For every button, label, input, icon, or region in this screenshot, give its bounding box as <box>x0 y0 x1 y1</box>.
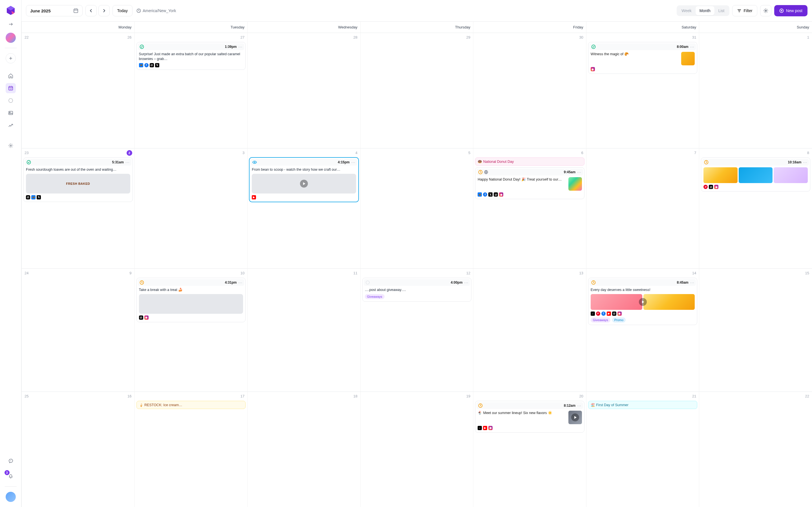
calendar-cell[interactable]: 124:00pm···….post about giveaway….Giveaw… <box>360 269 473 392</box>
calendar-cell[interactable]: 5 <box>360 148 473 269</box>
post-thumbnail <box>681 52 695 65</box>
th-icon: @ <box>709 185 713 189</box>
event-pill[interactable]: 🍦 RESTOCK: Ice cream… <box>137 401 246 409</box>
settings-button[interactable] <box>760 5 771 16</box>
event-pill[interactable]: 🍩 National Donut Day <box>475 158 585 166</box>
calendar-cell[interactable]: 104:31pm···Take a break with a treat 🍰@◉ <box>135 269 248 392</box>
svg-point-5 <box>9 99 13 103</box>
calendar-cell[interactable]: 318:00am···Witness the magic of 🥐◉ <box>586 33 699 148</box>
bsky-icon: 🦋 <box>139 63 143 67</box>
post-more-button[interactable]: ··· <box>577 170 581 174</box>
calendar-cell[interactable]: 28 <box>247 33 360 148</box>
post-card[interactable]: 8:12am···🍨 Meet our summer lineup! Six n… <box>475 401 585 433</box>
calendar-cell[interactable]: 7 <box>586 148 699 269</box>
post-time: 9:45am <box>564 170 575 174</box>
clock-icon <box>137 8 141 13</box>
calendar-cell[interactable]: 148:45am···Every day deserves a little s… <box>586 269 699 392</box>
x-icon: 𝕏 <box>155 63 159 67</box>
th-icon: @ <box>494 192 498 196</box>
app-logo[interactable] <box>5 5 16 16</box>
post-tags: GiveawaysPromo <box>591 318 695 323</box>
post-card[interactable]: 9:45am···Happy National Donut Day! 🎉 Tre… <box>475 167 585 199</box>
add-workspace-button[interactable] <box>6 53 16 63</box>
post-more-button[interactable]: ··· <box>464 280 469 285</box>
day-number: 29 <box>466 35 470 40</box>
calendar-cell[interactable]: 208:12am···🍨 Meet our summer lineup! Six… <box>473 392 586 507</box>
post-card[interactable]: 5:31am···Fresh sourdough loaves are out … <box>23 158 133 202</box>
tag[interactable]: Giveaways <box>365 294 385 299</box>
event-pill[interactable]: 🏖️ First Day of Summer <box>588 401 698 409</box>
user-avatar[interactable] <box>6 492 16 502</box>
post-more-button[interactable]: ··· <box>577 403 581 408</box>
tag[interactable]: Promo <box>612 318 626 323</box>
tag[interactable]: Giveaways <box>591 318 610 323</box>
social-icons: @🦋𝕏 <box>26 195 130 200</box>
nav-help[interactable] <box>6 456 16 466</box>
new-post-button[interactable]: New post <box>774 5 808 16</box>
post-more-button[interactable]: ··· <box>690 45 695 49</box>
day-number: 20 <box>579 394 583 398</box>
nav-settings[interactable] <box>6 140 16 151</box>
post-card[interactable]: 4:15pm···From bean to scoop - watch the … <box>249 158 359 202</box>
post-more-button[interactable]: ··· <box>351 160 356 165</box>
nav-calendar[interactable]: 12 <box>6 83 16 93</box>
calendar-cell[interactable]: 249 <box>21 269 135 392</box>
nav-media[interactable] <box>6 108 16 118</box>
calendar-cell[interactable]: 2516 <box>21 392 135 507</box>
post-header: 8:12am··· <box>476 402 583 409</box>
calendar-cell[interactable]: 2325:31am···Fresh sourdough loaves are o… <box>21 148 135 269</box>
day-number: 27 <box>241 35 245 40</box>
calendar-cell[interactable]: 21🏖️ First Day of Summer <box>586 392 699 507</box>
view-week[interactable]: Week <box>677 6 696 15</box>
calendar-header: MondayTuesdayWednesdayThursdayFridaySatu… <box>21 22 812 33</box>
calendar-cell[interactable]: 22 <box>699 392 812 507</box>
workspace-avatar[interactable] <box>6 33 16 43</box>
post-more-button[interactable]: ··· <box>125 160 130 165</box>
nav-home[interactable] <box>6 71 16 81</box>
post-card[interactable]: 4:31pm···Take a break with a treat 🍰@◉ <box>137 278 246 322</box>
view-list[interactable]: List <box>714 6 728 15</box>
calendar-cell[interactable]: 13 <box>473 269 586 392</box>
calendar-cell[interactable]: 15 <box>699 269 812 392</box>
post-thumbnail <box>568 411 582 424</box>
play-icon <box>300 180 308 187</box>
post-card[interactable]: 8:00am···Witness the magic of 🥐◉ <box>588 42 698 74</box>
month-picker[interactable]: June 2025 <box>26 5 83 16</box>
calendar-cell[interactable]: 19 <box>360 392 473 507</box>
post-card[interactable]: 4:00pm···….post about giveaway….Giveaway… <box>362 278 472 302</box>
nav-notifications[interactable]: 3 <box>6 471 16 482</box>
calendar-cell[interactable]: 810:16am···P@◉ <box>699 148 812 269</box>
calendar-cell[interactable]: 1 <box>699 33 812 148</box>
social-icons: ◉ <box>591 67 695 71</box>
status-sent-icon <box>140 45 144 49</box>
nav-drafts[interactable] <box>6 96 16 106</box>
nav-analytics[interactable] <box>6 120 16 130</box>
post-more-button[interactable]: ··· <box>238 280 243 285</box>
calendar-cell[interactable]: 271:39pm···Surprise! Just made an extra … <box>135 33 248 148</box>
calendar-cell[interactable]: 11 <box>247 269 360 392</box>
post-card[interactable]: 10:16am···P@◉ <box>701 158 810 191</box>
calendar-cell[interactable]: 2226 <box>21 33 135 148</box>
post-thumbnail <box>139 294 243 314</box>
next-month-button[interactable] <box>98 5 110 16</box>
post-card[interactable]: 8:45am···Every day deserves a little swe… <box>588 278 698 325</box>
filter-button[interactable]: Filter <box>732 5 757 16</box>
view-month[interactable]: Month <box>696 6 714 15</box>
calendar-cell[interactable]: 17🍦 RESTOCK: Ice cream… <box>135 392 248 507</box>
post-more-button[interactable]: ··· <box>803 160 807 165</box>
post-more-button[interactable]: ··· <box>238 45 243 49</box>
calendar-cell[interactable]: 6🍩 National Donut Day9:45am···Happy Nati… <box>473 148 586 269</box>
calendar-cell[interactable]: 30 <box>473 33 586 148</box>
post-more-button[interactable]: ··· <box>690 280 695 285</box>
today-button[interactable]: Today <box>112 5 133 16</box>
calendar-cell[interactable]: 18 <box>247 392 360 507</box>
prev-month-button[interactable] <box>86 5 97 16</box>
timezone[interactable]: America/New_York <box>137 8 176 13</box>
calendar-cell[interactable]: 29 <box>360 33 473 148</box>
expand-sidebar-button[interactable] <box>7 21 14 27</box>
svg-rect-10 <box>74 9 78 13</box>
post-card[interactable]: 1:39pm···Surprise! Just made an extra ba… <box>137 42 246 70</box>
calendar-cell[interactable]: 44:15pm···From bean to scoop - watch the… <box>247 148 360 269</box>
fb-icon: f <box>601 312 606 316</box>
calendar-cell[interactable]: 3 <box>135 148 248 269</box>
